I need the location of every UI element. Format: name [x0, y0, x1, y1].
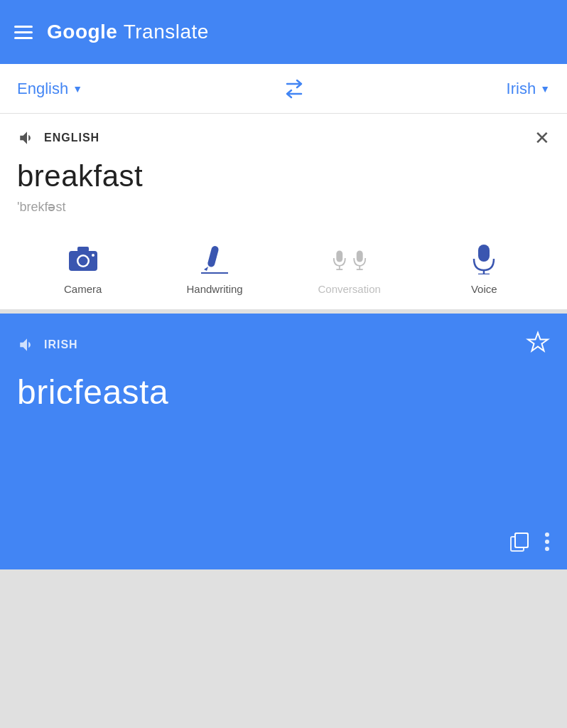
input-word-display: breakfast [17, 159, 550, 193]
target-language-chevron-icon: ▼ [540, 83, 550, 95]
translation-panel: IRISH bricfeasta [0, 314, 567, 569]
language-selector-bar: English ▼ Irish ▼ [0, 64, 567, 114]
svg-marker-16 [528, 333, 548, 351]
source-language-label: English [17, 80, 68, 98]
handwriting-tool[interactable]: Handwriting [186, 242, 243, 295]
svg-point-2 [78, 257, 87, 266]
translation-language-text: IRISH [44, 338, 78, 351]
input-tools-bar: Camera Handwriting [17, 235, 550, 295]
svg-point-22 [545, 547, 549, 551]
input-panel: ENGLISH ✕ breakfast 'brekfəst Camera [0, 114, 567, 314]
conversation-icon [333, 242, 367, 276]
app-title: Google Translate [47, 21, 209, 43]
voice-label: Voice [471, 283, 497, 295]
camera-icon [66, 242, 100, 276]
translated-word-display: bricfeasta [17, 373, 550, 412]
translation-action-buttons [509, 531, 550, 552]
svg-rect-10 [356, 250, 362, 262]
translation-lang-label: IRISH [17, 335, 78, 355]
hamburger-menu-icon[interactable] [14, 26, 33, 39]
handwriting-icon [198, 242, 232, 276]
input-lang-label: ENGLISH [17, 128, 99, 148]
target-language-button[interactable]: Irish ▼ [507, 80, 550, 98]
svg-rect-7 [336, 250, 342, 262]
svg-rect-5 [207, 245, 219, 268]
input-panel-header: ENGLISH ✕ [17, 128, 550, 148]
conversation-label: Conversation [318, 283, 380, 295]
source-language-button[interactable]: English ▼ [17, 80, 82, 98]
svg-rect-13 [478, 245, 490, 262]
swap-languages-button[interactable] [281, 79, 307, 99]
camera-label: Camera [64, 283, 102, 295]
svg-point-20 [545, 532, 549, 537]
translation-speaker-icon[interactable] [17, 335, 37, 355]
svg-rect-18 [515, 533, 528, 547]
voice-icon [467, 242, 501, 276]
more-options-button[interactable] [544, 531, 550, 552]
favorite-button[interactable] [526, 331, 550, 358]
input-phonetic-display: 'brekfəst [17, 199, 550, 215]
source-language-chevron-icon: ▼ [72, 83, 82, 95]
app-header: Google Translate [0, 0, 567, 64]
camera-tool[interactable]: Camera [55, 242, 112, 295]
input-speaker-icon[interactable] [17, 128, 37, 148]
translation-panel-header: IRISH [17, 331, 550, 358]
svg-point-21 [545, 540, 549, 544]
swap-icon [281, 79, 307, 99]
svg-rect-3 [77, 247, 89, 252]
voice-tool[interactable]: Voice [455, 242, 512, 295]
svg-point-4 [92, 254, 94, 257]
copy-translation-button[interactable] [509, 531, 530, 552]
input-language-text: ENGLISH [44, 132, 99, 144]
target-language-label: Irish [507, 80, 536, 98]
conversation-tool: Conversation [318, 242, 380, 295]
clear-input-button[interactable]: ✕ [534, 129, 550, 147]
handwriting-label: Handwriting [186, 283, 242, 295]
